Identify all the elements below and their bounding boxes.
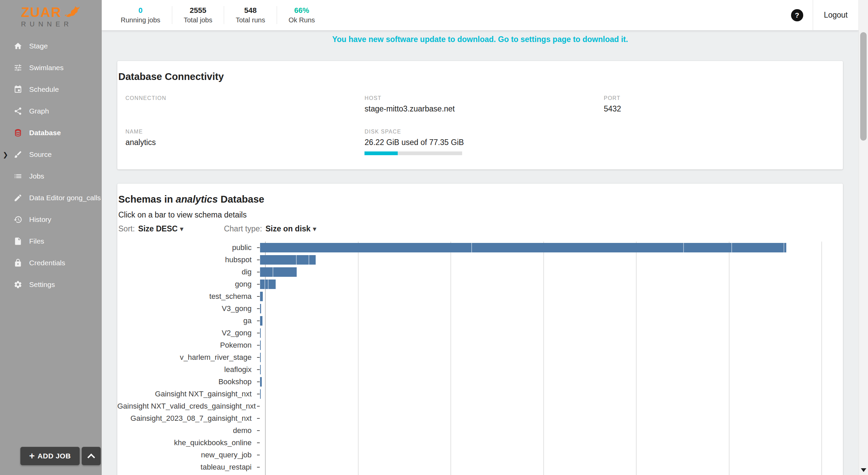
- chart-category-label: test_schema: [117, 292, 257, 301]
- scrollbar-thumb[interactable]: [860, 32, 867, 141]
- field-value: 5432: [604, 104, 843, 114]
- main-area: 0Running jobs2555Total jobs548Total runs…: [102, 0, 859, 475]
- field-value: analytics: [125, 138, 364, 147]
- bar-segment: [260, 316, 262, 326]
- chart-category-label: Pokemon: [117, 341, 257, 350]
- chart-type-label: Chart type:: [224, 224, 262, 233]
- sidebar-item-label: Credentials: [29, 259, 65, 267]
- sidebar-item-stage[interactable]: Stage: [0, 35, 102, 57]
- chart-bar-row: Gainsight NXT_valid_creds_gainsight_nxt: [117, 400, 843, 412]
- chart-category-label: v_harlem_river_stage: [117, 353, 257, 362]
- home-icon: [14, 42, 22, 50]
- logo-text-zuar: ZUAR: [21, 5, 61, 19]
- schema-bar-public[interactable]: [260, 243, 786, 252]
- bar-segment: [260, 353, 261, 362]
- disk-space-progress-bar: [364, 151, 462, 155]
- chevron-down-icon: ▾: [313, 225, 316, 233]
- sidebar-nav: StageSwimlanesScheduleGraphDatabase❯Sour…: [0, 35, 102, 295]
- expand-chevron-icon[interactable]: ❯: [3, 151, 8, 159]
- logout-button[interactable]: Logout: [813, 0, 859, 30]
- chart-bar-row: dig: [117, 266, 843, 278]
- axis-tick: [257, 357, 260, 358]
- bar-segment: [260, 365, 261, 374]
- schema-bar-pokemon[interactable]: [260, 340, 261, 350]
- axis-tick: [257, 430, 260, 431]
- chart-category-label: public: [117, 243, 257, 252]
- axis-tick: [257, 247, 260, 248]
- bar-segment: [732, 243, 784, 252]
- sidebar-item-database[interactable]: Database: [0, 122, 102, 144]
- schema-bar-test-schema[interactable]: [260, 292, 263, 301]
- schema-bar-v-harlem-river-stage[interactable]: [260, 353, 261, 362]
- chart-category-label: Gainsight NXT_valid_creds_gainsight_nxt: [117, 402, 257, 411]
- chart-category-label: Gainsight_2023_08_7_gainsight_nxt: [117, 414, 257, 423]
- job-stats: 0Running jobs2555Total jobs548Total runs…: [109, 6, 327, 24]
- schema-bar-dig[interactable]: [260, 267, 297, 277]
- schema-bar-gong[interactable]: [260, 280, 276, 289]
- bar-segment: [269, 280, 276, 289]
- sidebar-item-label: History: [29, 215, 51, 224]
- sidebar-item-label: Database: [29, 129, 61, 137]
- axis-tick: [257, 394, 260, 394]
- stat-value: 2555: [184, 6, 213, 15]
- sidebar-item-graph[interactable]: Graph: [0, 100, 102, 122]
- sort-dropdown[interactable]: Size DESC ▾: [138, 224, 183, 233]
- scroll-down-button[interactable]: [859, 465, 868, 475]
- stat-value: 66%: [289, 6, 315, 15]
- topbar: 0Running jobs2555Total jobs548Total runs…: [102, 0, 859, 30]
- axis-tick: [257, 284, 260, 285]
- chart-bar-row: Pokemon: [117, 339, 843, 351]
- bar-segment: [260, 255, 297, 265]
- chart-bar-row: Bookshop: [117, 376, 843, 388]
- schema-bar-v3-gong[interactable]: [260, 304, 261, 313]
- field-name: NAMEanalytics: [125, 129, 364, 155]
- field-connection: CONNECTION: [125, 95, 364, 114]
- sidebar-item-swimlanes[interactable]: Swimlanes: [0, 57, 102, 79]
- sidebar-item-credentials[interactable]: Credentials: [0, 252, 102, 274]
- bar-segment: [309, 255, 316, 265]
- help-icon[interactable]: ?: [791, 9, 803, 21]
- sidebar-item-schedule[interactable]: Schedule: [0, 79, 102, 100]
- disk-space-progress-fill: [364, 151, 398, 155]
- schema-bar-bookshop[interactable]: [260, 377, 262, 387]
- chart-controls: Sort: Size DESC ▾ Chart type: Size on di…: [117, 224, 843, 233]
- chart-bar-row: V2_gong: [117, 327, 843, 339]
- schema-bar-gainsight-nxt-gainsight-nxt[interactable]: [260, 389, 261, 399]
- page-scrollbar[interactable]: [859, 0, 868, 475]
- sidebar-item-settings[interactable]: Settings: [0, 274, 102, 295]
- page-content: Database Connectivity CONNECTIONHOSTstag…: [102, 48, 859, 475]
- schema-bar-hubspot[interactable]: [260, 255, 316, 265]
- file-icon: [14, 237, 22, 246]
- schema-bar-leaflogix[interactable]: [260, 365, 261, 374]
- collapse-menu-button[interactable]: [82, 447, 101, 465]
- notification-text: You have new software update to download…: [332, 35, 628, 44]
- chart-type-value: Size on disk: [265, 224, 311, 233]
- schema-bar-v2-gong[interactable]: [260, 328, 261, 338]
- add-job-button[interactable]: + ADD JOB: [20, 447, 80, 465]
- chart-category-label: Bookshop: [117, 377, 257, 386]
- sidebar-item-jobs[interactable]: Jobs: [0, 165, 102, 187]
- axis-tick: [257, 333, 260, 333]
- axis-tick: [257, 467, 260, 468]
- sidebar-item-data-editor-gong-calls[interactable]: Data Editor gong_calls: [0, 187, 102, 209]
- sidebar-item-files[interactable]: Files: [0, 230, 102, 252]
- brush-icon: [14, 150, 22, 159]
- chart-bar-row: leaflogix: [117, 364, 843, 376]
- field-label: PORT: [604, 95, 843, 101]
- schema-bar-ga[interactable]: [260, 316, 262, 326]
- axis-tick: [257, 418, 260, 419]
- field-label: NAME: [125, 129, 364, 135]
- sidebar-item-source[interactable]: ❯Source: [0, 144, 102, 165]
- chart-bar-row: ga: [117, 315, 843, 327]
- chart-category-label: V2_gong: [117, 329, 257, 337]
- chart-bar-row: gong: [117, 278, 843, 290]
- chevron-down-icon: ▾: [180, 225, 183, 233]
- stat-label: Total runs: [236, 16, 265, 24]
- field-label: HOST: [364, 95, 604, 101]
- chart-type-dropdown[interactable]: Size on disk ▾: [265, 224, 316, 233]
- chart-bar-row: Gainsight NXT_gainsight_nxt: [117, 388, 843, 400]
- sidebar: ZUAR RUNNER StageSwimlanesScheduleGraphD…: [0, 0, 102, 475]
- field-host: HOSTstage-mitto3.zuarbase.net: [364, 95, 604, 114]
- add-job-label: ADD JOB: [38, 452, 71, 460]
- sidebar-item-history[interactable]: History: [0, 209, 102, 230]
